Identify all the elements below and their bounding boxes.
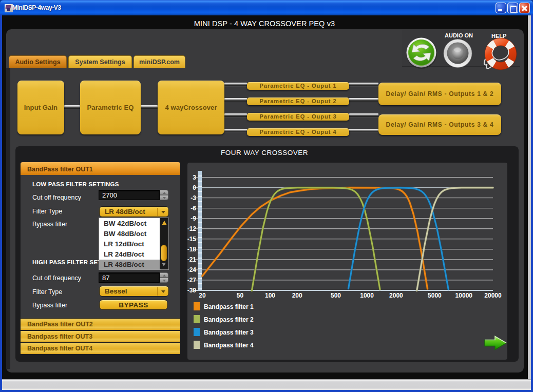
svg-text:2000: 2000 [389,292,403,299]
svg-text:-24: -24 [187,266,196,273]
svg-text:20: 20 [199,292,206,299]
svg-text:200: 200 [292,292,302,299]
svg-text:20000: 20000 [484,292,502,299]
svg-text:-27: -27 [187,277,196,284]
svg-text:-3: -3 [191,194,196,202]
svg-text:10000: 10000 [455,292,473,299]
svg-text:-6: -6 [191,205,196,212]
svg-text:5000: 5000 [428,292,442,299]
svg-text:0: 0 [193,184,196,191]
svg-text:-21: -21 [187,256,196,263]
svg-text:100: 100 [265,292,275,299]
svg-text:500: 500 [331,292,341,299]
svg-text:-15: -15 [187,236,196,243]
svg-text:1000: 1000 [360,292,374,299]
svg-text:-9: -9 [191,215,196,222]
svg-text:3: 3 [193,174,196,181]
svg-text:-12: -12 [187,225,196,232]
svg-text:-18: -18 [187,246,196,253]
svg-text:50: 50 [237,292,244,299]
svg-text:-30: -30 [187,287,196,294]
